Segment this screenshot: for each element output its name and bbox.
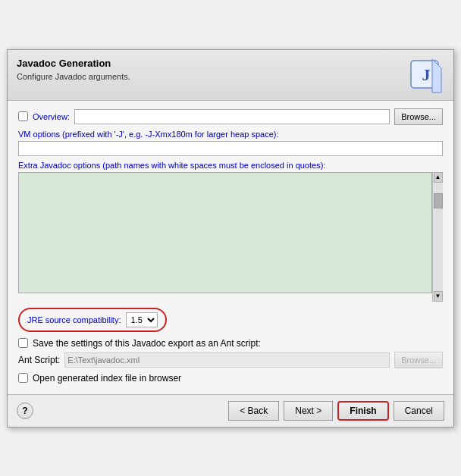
vm-options-label: VM options (prefixed with '-J', e.g. -J-…	[18, 130, 443, 139]
jre-row: JRE source compatibility: 1.5 1.1 1.2 1.…	[18, 308, 167, 332]
extra-options-wrapper: ▲ ▼	[18, 172, 443, 302]
ant-script-input	[64, 352, 390, 368]
javadoc-icon: J	[408, 58, 444, 94]
footer-left: ?	[17, 402, 33, 419]
extra-options-textarea[interactable]	[18, 172, 432, 293]
scroll-thumb[interactable]	[434, 193, 443, 208]
overview-browse-button[interactable]: Browse...	[394, 108, 443, 125]
ant-script-row: Ant Script: Browse...	[18, 352, 443, 368]
scrollbar[interactable]: ▲ ▼	[432, 172, 443, 302]
dialog-header-left: Javadoc Generation Configure Javadoc arg…	[17, 58, 130, 81]
footer-right: < Back Next > Finish Cancel	[228, 401, 444, 421]
finish-button[interactable]: Finish	[337, 401, 388, 421]
scroll-down-arrow[interactable]: ▼	[434, 291, 443, 302]
dialog-title: Javadoc Generation	[17, 58, 130, 69]
save-settings-row: Save the settings of this Javadoc export…	[18, 338, 443, 349]
overview-row: Overview: Browse...	[18, 108, 443, 125]
dialog-footer: ? < Back Next > Finish Cancel	[8, 394, 453, 427]
overview-checkbox[interactable]	[18, 111, 28, 121]
open-browser-label: Open generated index file in browser	[33, 373, 181, 384]
overview-label: Overview:	[33, 112, 70, 121]
ant-script-browse-button: Browse...	[394, 352, 443, 368]
cancel-button[interactable]: Cancel	[394, 401, 444, 421]
jre-label: JRE source compatibility:	[27, 315, 121, 324]
dialog-header: Javadoc Generation Configure Javadoc arg…	[8, 50, 453, 101]
save-settings-label: Save the settings of this Javadoc export…	[33, 338, 261, 349]
vm-options-input[interactable]	[18, 141, 443, 156]
back-button[interactable]: < Back	[228, 401, 279, 421]
ant-script-label: Ant Script:	[18, 355, 60, 365]
next-button[interactable]: Next >	[284, 401, 333, 421]
help-button[interactable]: ?	[17, 402, 33, 419]
scroll-up-arrow[interactable]: ▲	[434, 172, 443, 183]
save-settings-checkbox[interactable]	[18, 338, 28, 348]
dialog-body: Overview: Browse... VM options (prefixed…	[8, 101, 453, 394]
open-browser-row: Open generated index file in browser	[18, 373, 443, 384]
overview-input[interactable]	[74, 109, 390, 124]
javadoc-generation-dialog: Javadoc Generation Configure Javadoc arg…	[7, 49, 454, 427]
jre-select[interactable]: 1.5 1.1 1.2 1.3 1.4 1.6 1.7	[126, 312, 158, 327]
dialog-subtitle: Configure Javadoc arguments.	[17, 72, 130, 81]
open-browser-checkbox[interactable]	[18, 373, 28, 383]
svg-text:J: J	[422, 65, 431, 84]
extra-options-label: Extra Javadoc options (path names with w…	[18, 161, 443, 170]
